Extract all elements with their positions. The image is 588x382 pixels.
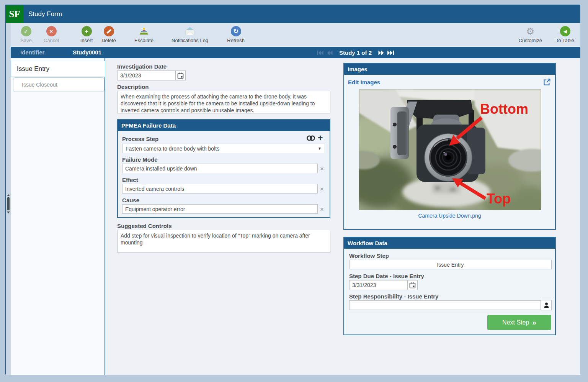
page-title: Study Form	[28, 10, 62, 18]
process-step-select[interactable]: Fasten camera to drone body with bolts ▼	[122, 144, 325, 153]
external-link-icon[interactable]	[543, 79, 550, 86]
pager-text: Study 1 of 2	[339, 49, 372, 56]
next-step-button[interactable]: Next Step »	[487, 315, 551, 330]
workflow-panel: Workflow Data Workflow Step Step Due Dat…	[343, 237, 556, 335]
study-form-window: SF Study Form ✓ Save × Cancel + Insert D…	[5, 5, 580, 374]
step-responsibility-input[interactable]	[349, 300, 541, 310]
description-textarea[interactable]: When examining the process of attaching …	[117, 91, 330, 113]
workflow-step-input[interactable]	[349, 260, 552, 269]
person-icon	[543, 302, 550, 308]
tab-issue-entry[interactable]: Issue Entry	[11, 61, 105, 77]
process-step-add-button[interactable]: +	[318, 134, 323, 143]
to-table-button[interactable]: ◀ To Table	[555, 26, 575, 43]
image-filename-link[interactable]: Camera Upside Down.png	[344, 213, 555, 219]
edit-images-link[interactable]: Edit Images	[348, 79, 380, 85]
failure-mode-input[interactable]	[122, 164, 318, 173]
back-arrow-icon: ◀	[560, 26, 570, 36]
tab-issue-closeout[interactable]: Issue Closeout	[13, 77, 105, 92]
step-due-date-calendar-button[interactable]	[407, 280, 418, 290]
pfmea-panel-header: PFMEA Failure Data	[118, 120, 330, 131]
chevron-down-icon: ▼	[318, 146, 322, 151]
identifier-label: Identifier	[20, 49, 44, 56]
effect-input[interactable]	[122, 184, 318, 193]
identifier-bar: Identifier Study0001 Study 1 of 2	[11, 46, 580, 58]
investigation-date-label: Investigation Date	[117, 63, 167, 70]
notifications-log-button[interactable]: Notifications Log	[172, 26, 208, 43]
workflow-panel-header: Workflow Data	[344, 238, 555, 249]
cause-remove-icon[interactable]: ×	[320, 206, 324, 213]
step-due-date-input[interactable]	[349, 280, 407, 290]
plus-icon: +	[318, 133, 323, 143]
images-panel: Images Edit Images	[343, 63, 556, 230]
annotation-top-text: Top	[487, 191, 511, 207]
process-step-link-button[interactable]	[306, 135, 315, 143]
splitter-handle[interactable]	[7, 194, 10, 213]
description-label: Description	[117, 84, 149, 90]
images-panel-header: Images	[344, 64, 555, 75]
splitter-grip	[7, 197, 10, 210]
cause-input[interactable]	[122, 204, 318, 214]
first-record-icon[interactable]	[317, 51, 323, 55]
refresh-arrow-icon: ↻	[231, 26, 241, 36]
investigation-date-input[interactable]	[117, 70, 175, 80]
escalate-button[interactable]: Escalate	[134, 26, 154, 43]
splitter-up-arrow-icon	[7, 194, 10, 196]
investigation-date-calendar-button[interactable]	[175, 70, 186, 80]
insert-button[interactable]: + Insert	[77, 26, 96, 43]
app-logo: SF	[6, 5, 23, 23]
left-gutter	[6, 23, 11, 375]
previous-record-icon[interactable]	[327, 51, 333, 55]
process-step-label: Process Step	[122, 136, 158, 142]
content-area: Issue Entry Issue Closeout Investigation…	[11, 58, 580, 375]
suggested-controls-textarea[interactable]: Add step for visual inspection to verify…	[117, 230, 330, 252]
effect-label: Effect	[122, 177, 138, 183]
delete-slash-icon	[104, 26, 114, 36]
workflow-step-label: Workflow Step	[349, 252, 389, 259]
escalate-pyramid-icon	[138, 26, 150, 36]
calendar-icon	[177, 72, 184, 79]
envelope-icon	[184, 26, 196, 36]
cancel-x-icon: ×	[46, 26, 57, 36]
cause-label: Cause	[122, 197, 139, 203]
next-record-icon[interactable]	[378, 51, 384, 55]
chain-link-icon	[306, 135, 315, 141]
suggested-controls-label: Suggested Controls	[117, 223, 172, 229]
effect-remove-icon[interactable]: ×	[320, 186, 324, 192]
refresh-button[interactable]: ↻ Refresh	[226, 26, 246, 43]
annotation-bottom-text: Bottom	[480, 101, 528, 117]
failure-mode-remove-icon[interactable]: ×	[320, 166, 324, 172]
cancel-button[interactable]: × Cancel	[41, 26, 61, 43]
customize-button[interactable]: ⚙ Customize	[519, 26, 542, 43]
splitter-down-arrow-icon	[7, 211, 10, 213]
select-person-button[interactable]	[541, 300, 552, 310]
failure-mode-label: Failure Mode	[122, 156, 158, 163]
gear-icon: ⚙	[526, 26, 535, 36]
last-record-icon[interactable]	[387, 51, 394, 55]
record-pager: Study 1 of 2	[317, 47, 394, 59]
save-check-icon: ✓	[21, 26, 31, 36]
delete-button[interactable]: Delete	[99, 26, 119, 43]
title-bar: SF Study Form	[6, 5, 580, 23]
identifier-value: Study0001	[73, 49, 101, 56]
step-responsibility-label: Step Responsibility - Issue Entry	[349, 293, 438, 300]
insert-plus-icon: +	[82, 26, 92, 36]
save-button[interactable]: ✓ Save	[16, 26, 36, 43]
attached-image[interactable]: Bottom Top	[359, 89, 541, 210]
double-chevron-icon: »	[532, 318, 536, 327]
calendar-icon	[409, 282, 416, 289]
tab-strip: Issue Entry Issue Closeout	[11, 58, 105, 375]
toolbar: ✓ Save × Cancel + Insert Delete Escalate	[11, 23, 580, 46]
step-due-date-label: Step Due Date - Issue Entry	[349, 273, 424, 279]
